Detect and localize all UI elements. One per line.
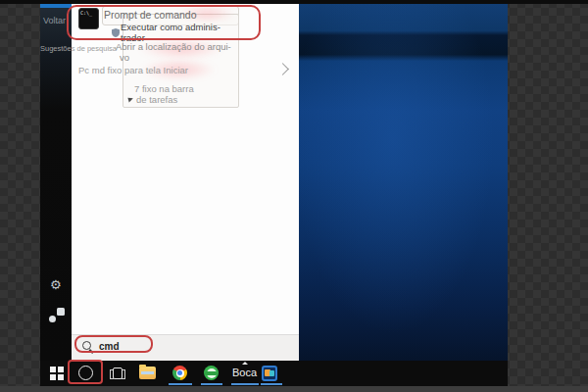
- shapes-icon[interactable]: [49, 308, 65, 323]
- pin-to-taskbar-item-line2[interactable]: de tarefas: [136, 94, 177, 105]
- taskbar-caret-icon: [242, 362, 248, 365]
- pin-to-start-item[interactable]: Pc md fixo para tela Iniciar: [78, 65, 188, 75]
- windows-screen: Voltar ⚙ Prompt de comando Executar como…: [40, 4, 508, 386]
- canvas-bottom-strip: [0, 386, 588, 392]
- search-results-panel: Prompt de comando Executar como adminis-…: [72, 4, 299, 361]
- file-explorer-icon[interactable]: [139, 367, 156, 379]
- task-view-icon[interactable]: [110, 367, 125, 380]
- annotation-box-result: [67, 5, 261, 40]
- running-indicator: [169, 383, 192, 385]
- start-menu-left-rail: Voltar ⚙: [40, 4, 72, 361]
- open-file-location-item[interactable]: Abrir a localização do arqui-: [116, 41, 231, 52]
- back-button[interactable]: Voltar: [43, 16, 66, 25]
- pin-to-taskbar-item[interactable]: 7 fixo na barra: [134, 83, 194, 94]
- annotation-box-search: [74, 335, 153, 353]
- taskbar-app-button[interactable]: Boca: [232, 367, 257, 378]
- open-file-location-item-line2[interactable]: vo: [120, 52, 129, 63]
- taskbar: Boca: [40, 361, 508, 386]
- running-indicator: [231, 383, 259, 385]
- annotation-box-cortana: [68, 360, 103, 384]
- running-indicator: [201, 383, 222, 385]
- suggestions-header: Sugestões de pesquisa: [40, 44, 117, 53]
- start-icon[interactable]: [50, 367, 64, 380]
- running-indicator: [261, 383, 282, 385]
- chrome-icon[interactable]: [172, 366, 187, 380]
- desktop-wallpaper: [299, 4, 508, 361]
- green-orb-icon[interactable]: [204, 366, 219, 380]
- rail-accent-bar: [40, 4, 72, 8]
- gear-icon[interactable]: ⚙: [50, 278, 62, 291]
- blue-app-icon[interactable]: [262, 366, 277, 381]
